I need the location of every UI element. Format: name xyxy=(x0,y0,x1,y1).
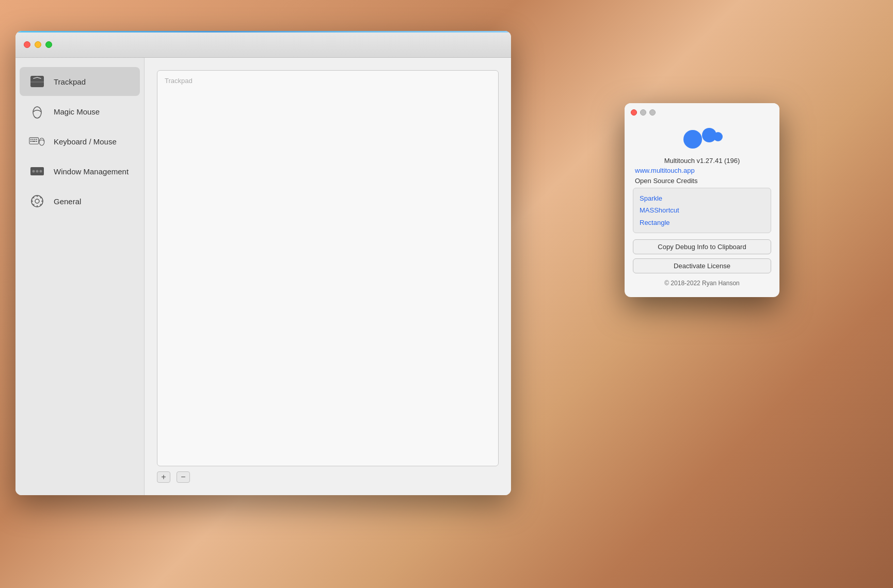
window-titlebar xyxy=(15,31,511,58)
magic-mouse-icon xyxy=(28,102,46,121)
credit-masshortcut[interactable]: MASShortcut xyxy=(640,204,764,216)
main-content: Trackpad + − xyxy=(145,58,511,495)
main-window: Trackpad Magic Mouse xyxy=(15,31,511,495)
svg-rect-8 xyxy=(36,139,37,140)
logo-circles xyxy=(683,128,721,151)
maximize-button[interactable] xyxy=(45,41,52,48)
sidebar-item-magic-mouse[interactable]: Magic Mouse xyxy=(20,97,140,126)
close-button[interactable] xyxy=(24,41,30,48)
about-logo xyxy=(625,122,779,155)
trackpad-label: Trackpad xyxy=(54,77,86,86)
svg-point-3 xyxy=(33,107,41,118)
svg-point-16 xyxy=(40,170,42,173)
content-panel: Trackpad xyxy=(157,70,499,466)
bottom-bar: + − xyxy=(157,466,499,483)
svg-rect-10 xyxy=(32,141,35,142)
logo-circle-small xyxy=(713,132,723,141)
content-panel-label: Trackpad xyxy=(165,77,193,85)
deactivate-license-button[interactable]: Deactivate License xyxy=(633,258,771,273)
sidebar-item-general[interactable]: General xyxy=(20,187,140,216)
svg-line-24 xyxy=(40,204,41,205)
sidebar: Trackpad Magic Mouse xyxy=(15,58,145,495)
copy-debug-button[interactable]: Copy Debug Info to Clipboard xyxy=(633,239,771,254)
keyboard-mouse-icon xyxy=(28,132,46,151)
titlebar-accent xyxy=(15,31,511,32)
sidebar-item-window-management[interactable]: Window Management xyxy=(20,157,140,186)
svg-rect-11 xyxy=(36,141,37,142)
about-titlebar xyxy=(625,103,779,122)
logo-circle-large xyxy=(683,130,702,149)
svg-point-14 xyxy=(33,170,35,173)
credit-rectangle[interactable]: Rectangle xyxy=(640,217,764,228)
svg-line-25 xyxy=(40,197,41,198)
svg-point-15 xyxy=(36,170,39,173)
svg-rect-5 xyxy=(30,139,32,140)
window-management-icon xyxy=(28,162,46,181)
keyboard-mouse-label: Keyboard / Mouse xyxy=(54,137,117,146)
svg-rect-7 xyxy=(34,139,36,140)
trackpad-icon xyxy=(28,72,46,91)
minimize-button[interactable] xyxy=(35,41,41,48)
about-close-button[interactable] xyxy=(631,109,637,116)
about-traffic-lights xyxy=(631,109,656,116)
app-version: Multitouch v1.27.41 (196) xyxy=(625,155,779,166)
remove-button[interactable]: − xyxy=(177,471,190,483)
svg-rect-6 xyxy=(32,139,34,140)
svg-point-12 xyxy=(39,138,44,145)
credit-sparkle[interactable]: Sparkle xyxy=(640,192,764,204)
sidebar-item-keyboard-mouse[interactable]: Keyboard / Mouse xyxy=(20,127,140,156)
svg-rect-9 xyxy=(30,141,32,142)
about-minimize-button[interactable] xyxy=(640,109,646,116)
about-window: Multitouch v1.27.41 (196) www.multitouch… xyxy=(625,103,779,297)
svg-line-23 xyxy=(33,197,34,198)
general-label: General xyxy=(54,197,81,206)
copyright: © 2018-2022 Ryan Hanson xyxy=(625,277,779,287)
credits-box: Sparkle MASShortcut Rectangle xyxy=(633,188,771,233)
sidebar-item-trackpad[interactable]: Trackpad xyxy=(20,67,140,96)
window-body: Trackpad Magic Mouse xyxy=(15,58,511,495)
about-maximize-button[interactable] xyxy=(649,109,656,116)
add-button[interactable]: + xyxy=(157,471,170,483)
svg-point-18 xyxy=(35,199,39,203)
window-management-label: Window Management xyxy=(54,167,129,176)
svg-line-26 xyxy=(33,204,34,205)
magic-mouse-label: Magic Mouse xyxy=(54,107,100,116)
traffic-lights xyxy=(24,41,52,48)
general-icon xyxy=(28,192,46,210)
